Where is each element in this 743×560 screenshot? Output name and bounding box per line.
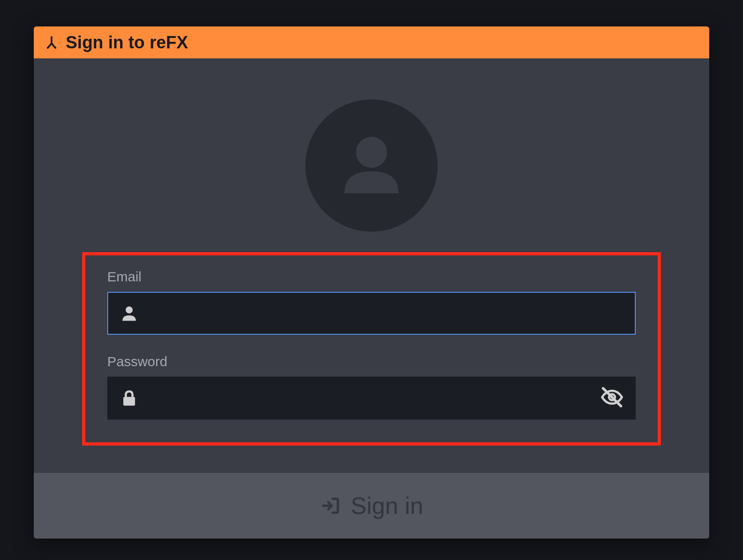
person-icon [118,302,140,324]
signin-body: Email Password [34,58,709,473]
titlebar: Sign in to reFX [34,26,709,58]
signin-arrow-icon [320,495,342,517]
email-field-group: Email [107,269,636,335]
form-highlight-box: Email Password [82,252,661,446]
refx-logo-icon [44,35,59,50]
password-input[interactable] [140,378,599,419]
signin-button[interactable]: Sign in [34,473,709,539]
eye-off-icon [600,385,624,411]
signin-label: Sign in [351,492,424,519]
svg-point-0 [356,137,387,168]
password-label: Password [107,354,636,369]
lock-icon [118,387,140,409]
password-field-group: Password [107,354,636,420]
email-label: Email [107,269,636,285]
svg-point-1 [126,306,132,313]
email-input-wrap[interactable] [107,292,636,335]
password-input-wrap[interactable] [107,377,636,420]
email-input[interactable] [140,293,625,334]
user-avatar-icon [330,124,413,207]
signin-window: Sign in to reFX Email [34,26,709,539]
window-title: Sign in to reFX [66,33,188,52]
toggle-password-visibility[interactable] [599,385,625,411]
svg-rect-2 [123,397,135,405]
avatar-placeholder [305,99,438,232]
